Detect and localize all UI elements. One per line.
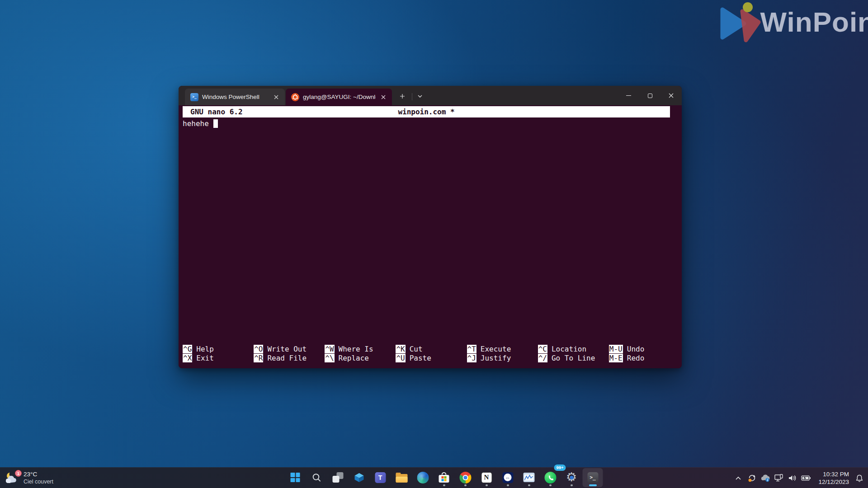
task-manager-button[interactable] xyxy=(519,468,539,487)
chrome-button[interactable] xyxy=(455,468,476,487)
shortcut-key: ^O xyxy=(254,345,263,353)
task-view-icon xyxy=(332,472,343,483)
tab-ubuntu-session[interactable]: gylang@SAYUGI: ~/Download xyxy=(286,89,392,105)
teamviewer-button[interactable]: ⇔ xyxy=(498,468,518,487)
settings-button[interactable]: ⚙ xyxy=(561,468,582,487)
minimize-button[interactable] xyxy=(618,86,639,105)
shortcut-key: ^R xyxy=(254,354,263,362)
shortcut-read-file[interactable]: ^RRead File xyxy=(254,353,325,362)
shortcut-key: ^G xyxy=(183,345,192,353)
notification-center-button[interactable] xyxy=(854,473,864,483)
shortcut-replace[interactable]: ^\Replace xyxy=(325,353,396,362)
sandbox-button[interactable] xyxy=(349,468,369,487)
shortcut-column: M-UUndo M-ERedo xyxy=(609,344,680,362)
shortcut-redo[interactable]: M-ERedo xyxy=(609,353,680,362)
shortcut-label: Go To Line xyxy=(552,354,595,362)
shortcut-key: ^X xyxy=(183,354,192,362)
shortcut-justify[interactable]: ^JJustify xyxy=(467,353,538,362)
shortcut-label: Paste xyxy=(410,354,431,362)
shortcut-location[interactable]: ^CLocation xyxy=(538,344,609,353)
shortcut-key: ^T xyxy=(467,345,476,353)
tab-close-icon[interactable] xyxy=(272,93,280,101)
shortcut-label: Undo xyxy=(627,345,645,353)
onedrive-button[interactable] xyxy=(760,473,770,483)
windows-terminal-icon: >_ xyxy=(587,472,598,483)
shortcut-paste[interactable]: ^UPaste xyxy=(396,353,467,362)
close-icon xyxy=(669,93,674,98)
shortcut-label: Redo xyxy=(627,354,645,362)
close-button[interactable] xyxy=(660,86,682,105)
shortcut-key: ^C xyxy=(538,345,547,353)
nano-shortcut-bar: ^GHelp ^XExit ^OWrite Out ^RRead File ^W… xyxy=(183,344,680,362)
taskbar-clock[interactable]: 10:32 PM 12/12/2023 xyxy=(818,470,849,486)
window-controls xyxy=(618,86,682,105)
search-icon xyxy=(311,473,321,483)
cast-device-button[interactable] xyxy=(774,473,784,483)
search-button[interactable] xyxy=(307,468,327,487)
taskbar: 1 23°C Ciel couvert T xyxy=(0,467,868,488)
shortcut-help[interactable]: ^GHelp xyxy=(183,344,254,353)
shortcut-column: ^WWhere Is ^\Replace xyxy=(325,344,396,362)
tab-label: gylang@SAYUGI: ~/Download xyxy=(303,94,376,100)
shortcut-go-to-line[interactable]: ^/Go To Line xyxy=(538,353,609,362)
weather-condition: Ciel couvert xyxy=(24,478,53,485)
weather-widget[interactable]: 1 23°C Ciel couvert xyxy=(5,468,53,488)
task-view-button[interactable] xyxy=(328,468,348,487)
shortcut-column: ^CLocation ^/Go To Line xyxy=(538,344,609,362)
shortcut-where-is[interactable]: ^WWhere Is xyxy=(325,344,396,353)
running-indicator xyxy=(507,484,509,486)
shortcut-label: Read File xyxy=(267,354,307,362)
tab-dropdown-button[interactable] xyxy=(414,89,426,103)
maximize-button[interactable] xyxy=(639,86,660,105)
file-explorer-button[interactable] xyxy=(392,468,412,487)
tab-windows-powershell[interactable]: >_ Windows PowerShell xyxy=(185,89,285,105)
nano-buffer-line[interactable]: hehehe xyxy=(183,118,218,128)
start-button[interactable] xyxy=(285,468,306,487)
nano-header-bar: GNU nano 6.2 winpoin.com * xyxy=(183,106,670,117)
sync-status-button[interactable] xyxy=(747,473,757,483)
running-indicator xyxy=(464,484,467,486)
shortcut-write-out[interactable]: ^OWrite Out xyxy=(254,344,325,353)
shortcut-key: ^U xyxy=(396,354,405,362)
whatsapp-button[interactable]: 99+ xyxy=(540,468,561,487)
tab-close-icon[interactable] xyxy=(379,93,387,101)
microsoft-store-icon xyxy=(439,472,449,483)
shortcut-cut[interactable]: ^KCut xyxy=(396,344,467,353)
task-manager-icon xyxy=(524,473,535,482)
battery-button[interactable] xyxy=(801,473,811,483)
running-indicator xyxy=(528,484,530,486)
shortcut-key: M-U xyxy=(609,345,623,353)
minimize-icon xyxy=(626,95,631,96)
tray-overflow-button[interactable] xyxy=(733,473,743,483)
running-indicator xyxy=(571,484,573,486)
shortcut-exit[interactable]: ^XExit xyxy=(183,353,254,362)
notion-icon: N xyxy=(481,472,492,483)
winpoin-logo: WinPoin xyxy=(719,1,868,42)
volume-button[interactable] xyxy=(788,473,797,483)
teams-button[interactable]: T xyxy=(370,468,391,487)
powershell-icon: >_ xyxy=(190,93,198,101)
text-cursor xyxy=(213,119,218,128)
running-indicator xyxy=(443,484,445,486)
chrome-icon xyxy=(459,472,471,483)
edge-button[interactable] xyxy=(413,468,433,487)
file-explorer-icon xyxy=(396,473,407,483)
tab-bar-divider xyxy=(412,93,412,100)
taskbar-apps: T N ⇔ xyxy=(285,467,604,488)
active-app-indicator xyxy=(589,484,597,486)
clock-time: 10:32 PM xyxy=(818,470,849,478)
shortcut-label: Justify xyxy=(481,354,511,362)
tab-label: Windows PowerShell xyxy=(202,94,269,100)
new-tab-button[interactable] xyxy=(396,89,409,103)
shortcut-column: ^KCut ^UPaste xyxy=(396,344,467,362)
shortcut-undo[interactable]: M-UUndo xyxy=(609,344,680,353)
microsoft-store-button[interactable] xyxy=(434,468,454,487)
terminal-titlebar[interactable]: >_ Windows PowerShell gylang@SAYUGI: ~/D… xyxy=(179,86,682,105)
notion-button[interactable]: N xyxy=(476,468,497,487)
shortcut-label: Write Out xyxy=(267,345,307,353)
shortcut-execute[interactable]: ^TExecute xyxy=(467,344,538,353)
windows-terminal-button[interactable]: >_ xyxy=(583,468,603,487)
shortcut-label: Help xyxy=(196,345,214,353)
nano-editor[interactable]: GNU nano 6.2 winpoin.com * hehehe ^GHelp… xyxy=(179,105,682,368)
speaker-icon xyxy=(788,474,797,482)
